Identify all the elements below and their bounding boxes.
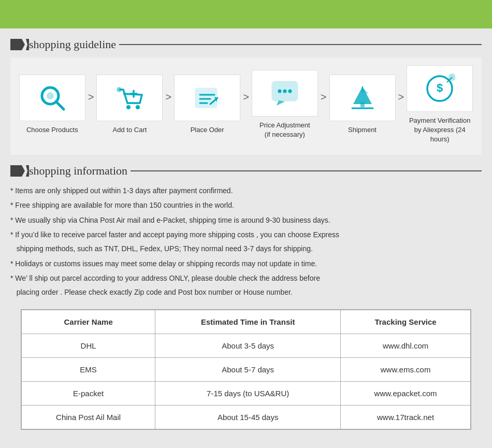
svg-point-16 [278, 90, 281, 93]
info-text: * Items are only shipped out within 1-3 … [10, 184, 482, 299]
step-place-order-label: Place Oder [191, 125, 224, 135]
step-add-to-cart: Add to Cart [96, 75, 163, 135]
step-choose-products: Choose Products [19, 75, 86, 135]
table-row-chinapost: China Post Ail Mail About 15-45 days www… [22, 406, 471, 429]
svg-point-5 [47, 92, 54, 99]
tracking-ems: www.ems.com [341, 358, 471, 382]
step-shipment-label: Shipment [348, 125, 377, 135]
payment-icon: $ [424, 73, 455, 104]
shipping-table-wrapper: Carrier Name Estimated Time in Transit T… [21, 309, 471, 430]
carrier-dhl: DHL [22, 334, 155, 358]
shipping-table: Carrier Name Estimated Time in Transit T… [21, 310, 471, 429]
arrow-4: > [321, 91, 327, 119]
info-line-6: * We’ ll ship out parcel according to yo… [10, 271, 482, 299]
svg-point-7 [126, 105, 131, 109]
time-chinapost: About 15-45 days [155, 406, 341, 429]
cart-icon [114, 82, 145, 113]
info-section: * Items are only shipped out within 1-3 … [10, 184, 482, 299]
step-shipment-icon-box [329, 75, 396, 121]
step-shipment: Shipment [329, 75, 396, 135]
step-payment-verification: $ Payment Verificationby Aliexpress (24 … [406, 65, 473, 144]
time-epacket: 7-15 days (to USA&RU) [155, 382, 341, 406]
time-dhl: About 3-5 days [155, 334, 341, 358]
col-header-time: Estimated Time in Transit [155, 310, 341, 334]
arrow-3: > [243, 91, 249, 119]
step-choose-products-label: Choose Products [26, 125, 78, 135]
arrow-2: > [165, 91, 171, 119]
carrier-epacket: E-packet [22, 382, 155, 406]
tracking-dhl: www.dhl.com [341, 334, 471, 358]
step-price-adjustment-icon-box [252, 70, 318, 117]
svg-point-18 [288, 90, 292, 93]
step-place-order: Place Oder [173, 75, 241, 135]
step-price-adjustment-label: Price Adjustment(if necessary) [259, 121, 310, 139]
info-line-3: * We usually ship via China Post Air mai… [10, 213, 482, 227]
order-icon [192, 82, 223, 113]
info-line-1: * Items are only shipped out within 1-3 … [10, 184, 482, 198]
step-choose-products-icon-box [19, 75, 85, 121]
carrier-ems: EMS [22, 358, 155, 382]
svg-point-8 [136, 105, 140, 109]
table-row-ems: EMS About 5-7 days www.ems.com [22, 358, 471, 382]
information-title: shopping information [29, 164, 127, 178]
col-header-carrier: Carrier Name [22, 310, 155, 334]
arrow-5: > [398, 91, 404, 119]
table-row-dhl: DHL About 3-5 days www.dhl.com [22, 334, 471, 358]
step-add-to-cart-label: Add to Cart [113, 125, 147, 135]
col-header-tracking: Tracking Service [341, 310, 471, 334]
info-line-4: * If you’d like to receive parcel faster… [10, 228, 482, 255]
guideline-divider [119, 44, 482, 45]
step-place-order-icon-box [174, 75, 240, 121]
tracking-chinapost: www.17track.net [341, 406, 471, 429]
top-banner [0, 0, 492, 28]
svg-text:$: $ [437, 81, 443, 94]
svg-point-26 [449, 74, 455, 80]
info-line-5: * Holidays or customs issues may meet so… [10, 257, 482, 271]
step-payment-verification-label: Payment Verificationby Aliexpress (24 ho… [406, 116, 473, 144]
table-header-row: Carrier Name Estimated Time in Transit T… [22, 310, 471, 334]
guideline-title: shopping guideline [29, 38, 116, 51]
time-ems: About 5-7 days [155, 358, 341, 382]
information-header-icon [10, 165, 29, 177]
search-icon [37, 82, 68, 113]
chat-icon [269, 78, 300, 109]
step-price-adjustment: Price Adjustment(if necessary) [251, 70, 319, 139]
step-add-to-cart-icon-box [96, 75, 163, 121]
svg-point-17 [283, 90, 286, 93]
table-row-epacket: E-packet 7-15 days (to USA&RU) www.epack… [22, 382, 471, 406]
svg-line-4 [56, 102, 64, 109]
tracking-epacket: www.epacket.com [341, 382, 471, 406]
information-header: shopping information [10, 164, 482, 178]
information-divider [131, 170, 482, 171]
guideline-header-icon [10, 39, 29, 50]
steps-container: Choose Products > Add to Cart > [10, 57, 482, 155]
step-payment-verification-icon-box: $ [407, 65, 473, 112]
info-line-2: * Free shipping are available for more t… [10, 198, 482, 212]
ship-icon [347, 82, 378, 113]
svg-marker-23 [363, 88, 369, 94]
guideline-header: shopping guideline [10, 38, 482, 51]
svg-rect-20 [360, 102, 365, 107]
carrier-chinapost: China Post Ail Mail [22, 406, 155, 429]
arrow-1: > [88, 91, 94, 119]
svg-rect-11 [196, 89, 216, 107]
